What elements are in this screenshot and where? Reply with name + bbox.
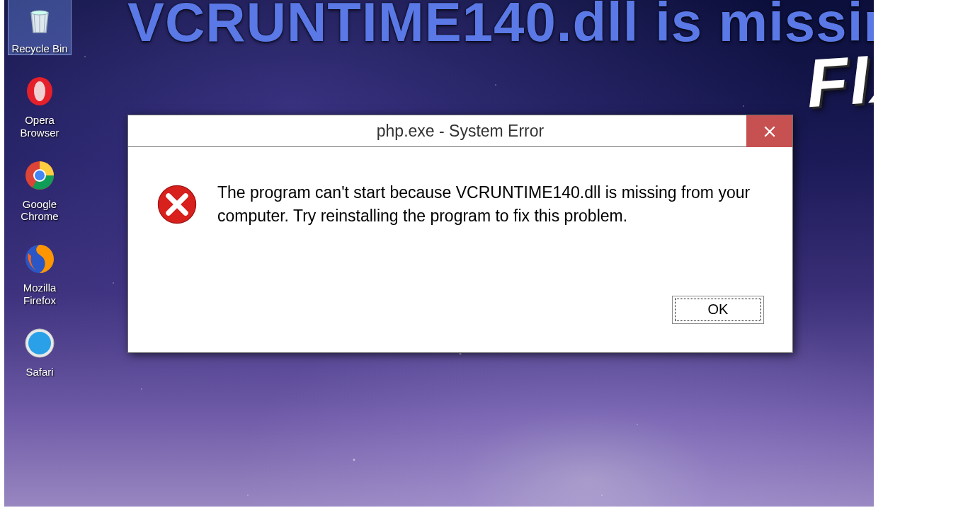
safari-icon bbox=[20, 323, 59, 363]
opera-icon bbox=[20, 71, 59, 111]
svg-point-6 bbox=[35, 170, 45, 180]
desktop-icon-firefox[interactable]: Mozilla Firefox bbox=[8, 239, 71, 306]
desktop-icon-opera[interactable]: Opera Browser bbox=[8, 71, 71, 139]
dialog-body: The program can't start because VCRUNTIM… bbox=[128, 147, 792, 352]
desktop-icon-safari[interactable]: Safari bbox=[8, 323, 71, 378]
ok-button[interactable]: OK bbox=[672, 296, 764, 324]
dialog-message: The program can't start because VCRUNTIM… bbox=[217, 181, 764, 229]
letterbox-right bbox=[874, 0, 980, 532]
close-icon bbox=[763, 125, 776, 138]
system-error-dialog: php.exe - System Error The program can't… bbox=[127, 115, 793, 353]
icon-label: Opera Browser bbox=[8, 114, 71, 139]
icon-label: Mozilla Firefox bbox=[8, 282, 71, 306]
icon-label: Recycle Bin bbox=[11, 42, 67, 54]
svg-point-9 bbox=[28, 332, 51, 354]
svg-point-3 bbox=[34, 81, 45, 101]
recycle-bin-icon bbox=[20, 0, 59, 40]
letterbox-bottom bbox=[0, 507, 980, 532]
desktop-icons: Recycle Bin Opera Browser bbox=[8, 0, 76, 395]
icon-label: Safari bbox=[25, 366, 53, 378]
desktop-icon-recycle-bin[interactable]: Recycle Bin bbox=[8, 0, 71, 54]
svg-point-0 bbox=[31, 11, 48, 15]
firefox-icon bbox=[20, 239, 59, 279]
desktop: VCRUNTIME140.dll is missing FIX Recycle … bbox=[0, 0, 980, 532]
dialog-titlebar[interactable]: php.exe - System Error bbox=[128, 115, 792, 147]
dialog-title: php.exe - System Error bbox=[128, 122, 792, 141]
desktop-icon-chrome[interactable]: Google Chrome bbox=[8, 156, 71, 223]
error-icon bbox=[156, 184, 198, 225]
icon-label: Google Chrome bbox=[8, 198, 71, 223]
letterbox-left bbox=[0, 0, 4, 532]
close-button[interactable] bbox=[746, 115, 792, 147]
chrome-icon bbox=[20, 156, 59, 195]
